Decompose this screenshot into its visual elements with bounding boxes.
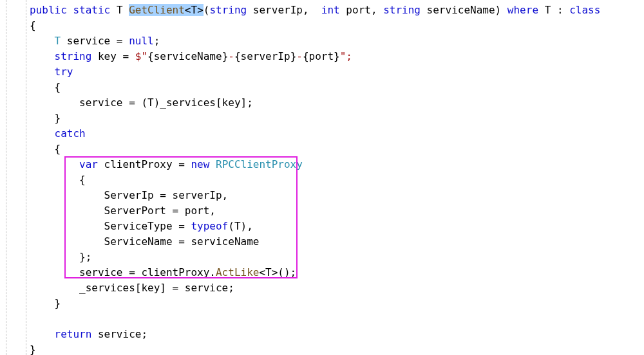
- init-servicetype-b: (T),: [228, 220, 253, 232]
- kw-public: public: [30, 4, 67, 16]
- try-brace-close: }: [55, 112, 61, 124]
- kw-int: int: [321, 4, 340, 16]
- param2: port,: [340, 4, 383, 16]
- init-serverport: ServerPort = port,: [104, 205, 216, 217]
- svc-eq: service =: [61, 35, 129, 47]
- param3: serviceName: [421, 4, 495, 16]
- kw-string3: string: [55, 50, 92, 62]
- tpl-v1: serviceName: [154, 50, 222, 62]
- tpl-o3: {: [303, 50, 309, 62]
- generic-open: <: [185, 4, 191, 16]
- lparen: (: [204, 4, 210, 16]
- str-close: ";: [340, 50, 352, 62]
- dash2: -: [296, 50, 303, 62]
- code-block: public static T GetClient<T>(string serv…: [1, 3, 644, 355]
- init-servicetype-a: ServiceType =: [104, 220, 191, 232]
- kw-class: class: [569, 4, 600, 16]
- services-assign: _services[key] = service;: [79, 282, 234, 294]
- kw-typeof: typeof: [191, 220, 228, 232]
- method-name: GetClient: [129, 4, 185, 16]
- tpl-c3: }: [334, 50, 340, 62]
- catch-brace-close: }: [55, 297, 61, 309]
- type-T: T: [117, 4, 123, 16]
- type-T-2: T: [55, 35, 61, 47]
- type-rpc: RPCClientProxy: [216, 158, 303, 170]
- rparen: ): [495, 4, 502, 16]
- brace-close-method: }: [30, 343, 36, 355]
- actlike-b: <T>();: [259, 266, 296, 278]
- kw-new: new: [191, 158, 209, 170]
- kw-where: where: [507, 4, 538, 16]
- tpl-o2: {: [234, 50, 241, 62]
- key-eq: key =: [91, 50, 135, 62]
- catch-brace-open: {: [55, 143, 61, 155]
- kw-string2: string: [383, 4, 421, 16]
- kw-var: var: [79, 158, 98, 170]
- kw-null: null: [129, 35, 154, 47]
- param1: serverIp,: [247, 4, 315, 16]
- tpl-c2: }: [290, 50, 297, 62]
- where-T: T :: [538, 4, 569, 16]
- clientproxy-eq: clientProxy =: [98, 158, 191, 170]
- dash1: -: [228, 50, 234, 62]
- tpl-v2: serverIp: [241, 50, 290, 62]
- init-serverip: ServerIp = serverIp,: [104, 189, 229, 201]
- tpl-c1: }: [222, 50, 229, 62]
- kw-string: string: [209, 4, 247, 16]
- brace-open-method: {: [30, 19, 36, 32]
- tpl-o1: {: [147, 50, 154, 62]
- obj-init-open: {: [79, 174, 86, 186]
- init-servicename: ServiceName = serviceName: [104, 235, 260, 248]
- kw-return: return: [55, 328, 92, 340]
- kw-try: try: [55, 66, 73, 78]
- str-open: $": [135, 50, 147, 62]
- try-body: service = (T)_services[key];: [79, 96, 253, 109]
- space-new: [209, 158, 216, 170]
- selected-method[interactable]: GetClient<T>: [129, 4, 204, 16]
- obj-init-close: };: [79, 251, 91, 263]
- kw-catch: catch: [55, 127, 86, 140]
- actlike-a: service = clientProxy.: [79, 266, 216, 278]
- line-signature: public static T GetClient<T>(string serv…: [30, 4, 600, 16]
- generic-close: >: [197, 4, 204, 16]
- generic-T: T: [191, 4, 198, 16]
- semi: ;: [154, 35, 160, 47]
- mth-actlike: ActLike: [216, 266, 259, 278]
- return-svc: service;: [91, 328, 147, 340]
- try-brace-open: {: [55, 81, 61, 93]
- tpl-v3: port: [309, 50, 334, 62]
- kw-static: static: [73, 4, 110, 16]
